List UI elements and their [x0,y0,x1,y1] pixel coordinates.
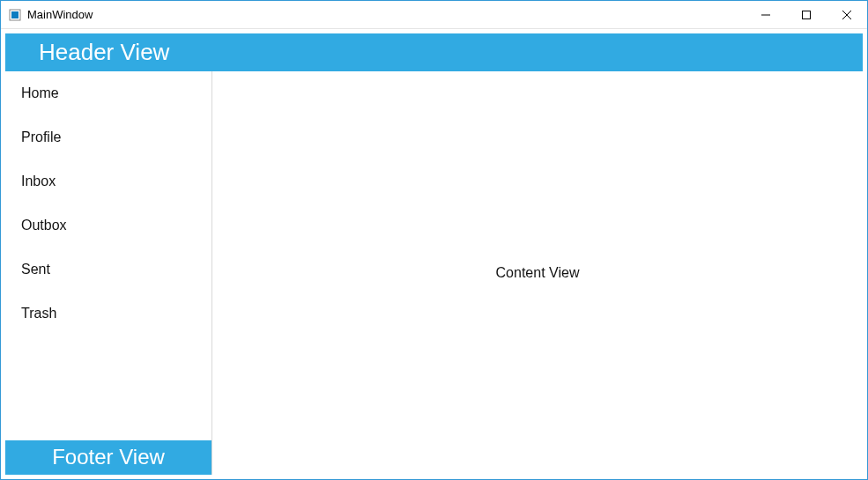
titlebar: MainWindow [1,1,867,29]
maximize-button[interactable] [786,1,827,28]
sidebar-item-sent[interactable]: Sent [5,247,211,292]
minimize-button[interactable] [746,1,786,28]
middle-row: Home Profile Inbox Outbox Sent [5,71,863,475]
header-title: Header View [39,39,169,65]
content-text: Content View [496,265,580,281]
sidebar-item-home[interactable]: Home [5,71,211,115]
window-title: MainWindow [27,8,746,21]
content-view: Content View [212,71,863,475]
sidebar: Home Profile Inbox Outbox Sent [5,71,212,475]
svg-rect-3 [803,11,811,18]
close-button[interactable] [827,1,867,28]
app-icon [8,8,22,22]
sidebar-item-label: Sent [21,262,50,277]
sidebar-item-outbox[interactable]: Outbox [5,203,211,247]
footer-view: Footer View [5,440,211,475]
client-area: Header View Home Profile Inbox Outbox [1,29,867,479]
sidebar-item-label: Outbox [21,218,67,233]
sidebar-item-trash[interactable]: Trash [5,292,211,336]
footer-title: Footer View [52,445,165,469]
main-window: MainWindow Header View Home [0,0,868,480]
sidebar-item-profile[interactable]: Profile [5,115,211,159]
window-controls [746,1,867,28]
sidebar-list: Home Profile Inbox Outbox Sent [5,71,211,440]
sidebar-item-label: Profile [21,129,61,144]
sidebar-item-label: Home [21,85,59,100]
svg-rect-1 [11,11,19,18]
sidebar-item-label: Inbox [21,174,56,188]
sidebar-item-label: Trash [21,306,56,321]
header-view: Header View [5,33,863,71]
sidebar-item-inbox[interactable]: Inbox [5,159,211,203]
